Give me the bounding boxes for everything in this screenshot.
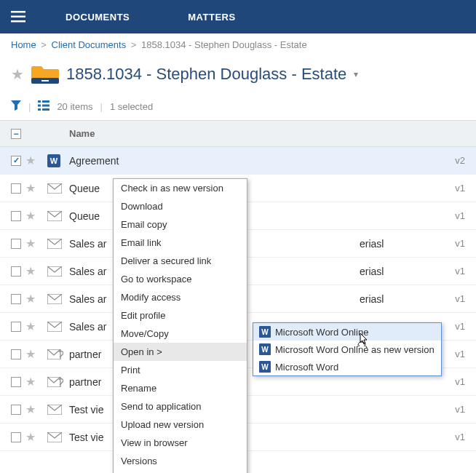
submenu-item[interactable]: WMicrosoft Word Online as new version [253,341,441,358]
row-version: v1 [447,210,465,221]
mail-icon [47,405,62,415]
view-icon[interactable] [38,100,49,113]
context-menu-item[interactable]: Deliver a secured link [114,252,247,270]
row-star-icon[interactable]: ★ [25,292,47,306]
breadcrumb: Home > Client Documents > 1858.1034 - St… [0,33,476,56]
row-version: v1 [447,404,465,415]
row-version: v1 [447,376,465,387]
row-star-icon[interactable]: ★ [25,430,47,444]
row-star-icon[interactable]: ★ [25,181,47,195]
favorite-star-icon[interactable]: ★ [11,65,24,83]
context-menu-item[interactable]: Email link [114,234,247,252]
mail-icon [47,239,62,249]
row-checkbox[interactable] [11,239,21,249]
row-star-icon[interactable]: ★ [25,347,47,361]
toolbar: | 20 items | 1 selected [0,96,476,121]
context-menu-item[interactable]: Send to application [114,397,247,416]
context-menu-item[interactable]: Modify access [114,288,247,306]
row-checkbox[interactable] [11,405,21,415]
table-header: Name [0,121,476,147]
mail-icon [47,183,62,194]
mail-icon [47,322,62,332]
mail-attachment-icon [47,349,63,359]
submenu-label: Microsoft Word Online [275,327,368,338]
context-menu: Check in as new versionDownloadEmail cop… [113,178,247,473]
row-version: v1 [447,266,465,277]
menu-icon[interactable] [0,0,36,33]
context-menu-item[interactable]: View in browser [114,434,247,452]
word-icon: W [259,326,271,338]
svg-rect-8 [42,105,49,107]
row-name[interactable]: Agreement [69,155,447,167]
row-name-suffix: eriasl [360,266,447,277]
select-all-checkbox[interactable] [11,129,21,139]
svg-rect-9 [38,108,41,111]
row-checkbox[interactable] [11,349,21,359]
submenu-label: Microsoft Word [275,362,338,373]
mail-icon [47,432,62,442]
row-checkbox[interactable] [11,432,21,442]
svg-rect-7 [38,105,41,107]
selected-count: 1 selected [110,101,153,112]
svg-rect-0 [11,11,25,13]
row-star-icon[interactable]: ★ [25,319,47,333]
context-menu-item[interactable]: Check in as new version [114,179,247,197]
context-menu-item[interactable]: Email copy [114,215,247,234]
context-menu-item[interactable]: Open in > [114,343,247,361]
row-version: v1 [447,183,465,194]
row-version: v1 [447,293,465,304]
title-row: ★ 1858.1034 - Stephen Douglass - Estate … [0,56,476,96]
mail-icon [47,266,62,277]
row-checkbox[interactable] [11,294,21,304]
topbar: DOCUMENTS MATTERS [0,0,476,33]
submenu-label: Microsoft Word Online as new version [275,344,435,355]
word-icon: W [259,343,271,355]
context-menu-item[interactable]: Edit profile [114,306,247,325]
row-checkbox[interactable] [11,377,21,387]
row-name-suffix: eriasl [360,293,447,305]
column-name[interactable]: Name [69,128,465,139]
row-version: v1 [447,432,465,442]
folder-icon [31,63,59,85]
chevron-down-icon[interactable]: ▾ [354,69,358,79]
mail-attachment-icon [47,377,63,387]
row-star-icon[interactable]: ★ [25,375,47,389]
submenu-item[interactable]: WMicrosoft Word Online [253,323,441,341]
tab-matters[interactable]: MATTERS [159,0,264,33]
context-menu-item[interactable]: Go to workspace [114,270,247,288]
svg-rect-1 [11,16,25,18]
toolbar-sep: | [100,101,103,112]
breadcrumb-home[interactable]: Home [11,39,36,50]
row-checkbox[interactable] [11,156,21,166]
row-star-icon[interactable]: ★ [25,209,47,223]
svg-rect-2 [11,20,25,23]
context-menu-item[interactable]: Upload new version [114,416,247,434]
breadcrumb-client-docs[interactable]: Client Documents [52,39,127,50]
context-menu-item[interactable]: Move/Copy [114,325,247,343]
row-checkbox[interactable] [11,183,21,194]
row-name-suffix: eriasl [360,238,447,250]
context-menu-item[interactable]: View document URL [114,470,247,473]
page-title: 1858.1034 - Stephen Douglass - Estate [66,65,346,84]
toolbar-sep: | [28,101,31,112]
row-checkbox[interactable] [11,211,21,221]
svg-rect-4 [41,80,49,82]
table-row[interactable]: ★WAgreementv2 [0,147,476,175]
context-menu-item[interactable]: Versions [114,452,247,470]
breadcrumb-sep: > [41,39,47,50]
filter-icon[interactable] [11,100,21,113]
row-checkbox[interactable] [11,266,21,277]
row-checkbox[interactable] [11,322,21,332]
tab-documents[interactable]: DOCUMENTS [36,0,159,33]
row-star-icon[interactable]: ★ [25,154,47,167]
row-version: v1 [447,238,465,249]
row-star-icon[interactable]: ★ [25,264,47,278]
submenu-item[interactable]: WMicrosoft Word [253,358,441,375]
nav-tabs: DOCUMENTS MATTERS [36,0,265,33]
context-menu-item[interactable]: Rename [114,379,247,397]
context-menu-item[interactable]: Download [114,197,247,215]
row-star-icon[interactable]: ★ [25,236,47,250]
context-menu-item[interactable]: Print [114,361,247,379]
row-star-icon[interactable]: ★ [25,402,47,416]
svg-rect-5 [38,100,41,103]
